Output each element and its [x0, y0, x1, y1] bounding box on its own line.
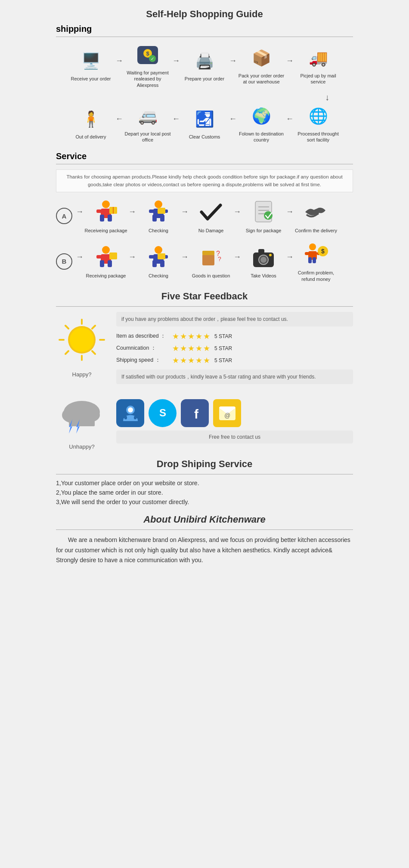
svc-label-b5: Confirm problem, refund money [294, 270, 338, 282]
svc-item-a3: No Damage [189, 198, 232, 234]
svc-arrow-a0: → [76, 207, 84, 216]
svg-rect-19 [158, 208, 165, 214]
svg-rect-7 [96, 209, 102, 213]
svg-text:$: $ [146, 50, 149, 57]
svg-rect-29 [100, 260, 104, 267]
cloud-icon [56, 393, 108, 442]
arrow-6: ← [172, 114, 180, 123]
unhappy-section: Unhappy? [56, 393, 108, 450]
feedback-note: if you have any problems about the order… [116, 312, 353, 326]
svc-icon-b4 [248, 243, 279, 271]
svg-point-13 [155, 200, 162, 208]
page-container: Self-Help Shopping Guide shipping 🖥️ Rec… [43, 0, 366, 583]
svc-icon-b1 [91, 243, 121, 271]
contact-icons: S f @ [116, 399, 353, 427]
about-title: About Unibird Kitchenware [56, 514, 353, 525]
svc-label-a5: Confirm the delivery [295, 228, 337, 234]
rating-label-3: Shipping speed ： [116, 357, 172, 364]
svc-item-b3: ? ? Goods in question [189, 243, 232, 279]
svg-rect-27 [96, 255, 102, 259]
contact-note: Free free to contact us [116, 431, 353, 443]
arrow-7: ← [229, 114, 237, 123]
arrow-2: → [172, 56, 180, 65]
svg-rect-15 [149, 209, 154, 213]
flow-label-6: Out of delivery [76, 134, 106, 140]
rating-label-2: Coumnication ： [116, 345, 172, 352]
rating-stars-2: ★★★★★ [172, 344, 211, 353]
flow-item-3: 🖨️ Prepare your order [181, 48, 228, 82]
service-section: Service Thanks for choosing apeman produ… [56, 151, 353, 282]
shipping-row-1: 🖥️ Receive your order → $ ✓ Waiting for … [56, 42, 353, 88]
flow-label-10: Processed throught sort facility [294, 131, 342, 143]
svg-rect-75 [134, 416, 136, 419]
svg-rect-36 [152, 260, 157, 267]
flow-item-5: 🚚 Picjed up by mail service [294, 45, 342, 85]
rating-count-1: 5 STAR [214, 333, 232, 339]
svc-icon-b2 [143, 243, 174, 271]
skype-icon: S [149, 399, 177, 427]
drop-title: Drop Shiping Service [56, 459, 353, 470]
happy-label: Happy? [56, 371, 108, 378]
svc-icon-a1 [91, 198, 121, 226]
flow-item-6: 🧍 Out of delivery [67, 106, 115, 140]
svg-rect-37 [160, 260, 164, 267]
rating-stars-1: ★★★★★ [172, 332, 211, 341]
svc-label-a1: Receiveing package [84, 228, 127, 234]
svc-icon-b3: ? ? [196, 243, 226, 271]
arrow-8: ← [286, 114, 294, 123]
svc-label-b2: Checking [149, 273, 168, 279]
svc-label-a2: Checking [149, 228, 168, 234]
svg-line-61 [92, 326, 95, 329]
svc-arrow-b2: → [181, 252, 189, 262]
support-icon [116, 399, 144, 427]
svg-point-45 [260, 257, 266, 263]
arrow-3: → [229, 56, 237, 65]
svc-icon-a2 [143, 198, 174, 226]
arrow-down: ↓ [56, 92, 353, 102]
service-row-b: B → Receiving package → [56, 240, 353, 282]
svg-line-62 [65, 351, 68, 354]
svc-icon-a5 [301, 198, 331, 226]
arrow-1: → [115, 56, 123, 65]
svc-label-a3: No Damage [198, 228, 224, 234]
flow-item-1: 🖥️ Receive your order [67, 48, 115, 82]
flow-item-9: 🌍 Folown to destination country [238, 103, 285, 143]
contact-box: S f @ [116, 399, 353, 443]
svc-item-b1: Receiving package [84, 243, 127, 279]
svg-rect-40 [202, 251, 214, 255]
drop-item-2: 2,You place the same order in our store. [56, 489, 353, 496]
rating-row-3: Shipping speed ： ★★★★★ 5 STAR [116, 356, 353, 365]
svg-point-5 [102, 200, 110, 208]
flow-label-2: Waiting for payment realeased by Aliexpr… [124, 70, 171, 88]
drop-divider [56, 474, 353, 474]
about-text: We are a newborn kitchenware brand on Al… [56, 535, 353, 566]
svg-text:f: f [194, 407, 199, 421]
svc-arrow-b4: → [286, 252, 294, 262]
drop-item-3: 3,We will send the order to your custome… [56, 499, 353, 505]
fivestar-content: Happy? if you have any problems about th… [56, 312, 353, 384]
svc-arrow-a2: → [181, 207, 189, 216]
svg-text:$: $ [321, 248, 325, 255]
svc-item-b4: Take Videos [242, 243, 285, 279]
feedback-box: if you have any problems about the order… [116, 312, 353, 384]
svc-label-b1: Receiving package [86, 273, 126, 279]
sun-icon [56, 316, 108, 369]
flow-label-7: Depart your local post office [124, 131, 171, 143]
svc-arrow-a3: → [233, 207, 241, 216]
flow-item-10: 🌐 Processed throught sort facility [294, 103, 342, 143]
svc-item-b2: Checking [137, 243, 180, 279]
service-label-b: B [56, 253, 72, 270]
drop-item-1: 1,Your customer place order on your webs… [56, 480, 353, 486]
svc-arrow-b3: → [233, 252, 241, 262]
fivestar-divider [56, 306, 353, 307]
shipping-row-2: 🧍 Out of delivery ← 🚐 Depart your local … [56, 103, 353, 143]
svg-line-63 [92, 351, 95, 354]
happy-section: Happy? [56, 312, 108, 378]
flow-icon-3: 🖨️ [189, 48, 220, 74]
flow-label-9: Folown to destination country [238, 131, 285, 143]
svg-rect-69 [69, 419, 95, 426]
svg-rect-39 [202, 254, 214, 265]
svc-item-a1: Receiveing package [84, 198, 127, 234]
svg-text:S: S [159, 407, 166, 419]
flow-label-8: Clear Customs [189, 134, 220, 140]
